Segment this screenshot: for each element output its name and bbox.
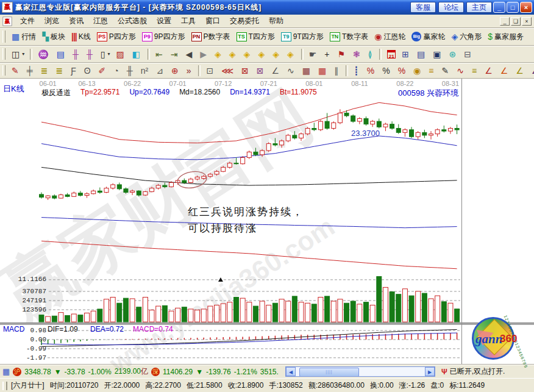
diamond-plus-button[interactable]: ◈ xyxy=(269,47,284,62)
network-button[interactable]: ⊛ xyxy=(446,47,461,62)
fan-box-tool[interactable]: ⊠ xyxy=(238,63,254,78)
angle-tool[interactable]: ∠ xyxy=(269,63,285,78)
menu-item-6[interactable]: 工具 xyxy=(176,15,201,27)
menu-item-0[interactable]: 文件 xyxy=(15,15,40,27)
target-tool[interactable]: ⊕ xyxy=(168,63,183,78)
parallel-lines-tool[interactable]: ∥ xyxy=(331,63,343,78)
menu-item-8[interactable]: 交易委托 xyxy=(225,15,264,27)
color-chart-button[interactable]: ◧ xyxy=(129,47,145,62)
sectors-button[interactable]: ▚板块 xyxy=(39,29,68,44)
gann-fan-tool[interactable]: ⋘ xyxy=(218,63,238,78)
scroll-left-button[interactable]: ◀ xyxy=(286,367,296,376)
flower-tool-button[interactable]: ❃ xyxy=(350,47,365,62)
diamond-left-button[interactable]: ◈ xyxy=(212,47,226,62)
gann-wheel-button[interactable]: ◉江恩轮 xyxy=(371,29,408,44)
gold-section-tool[interactable]: ◉ xyxy=(410,63,425,78)
pattern-box-button[interactable]: ▨ xyxy=(113,47,129,62)
diamond-h-button[interactable]: ◈ xyxy=(241,47,255,62)
diamond-star-button[interactable]: ◈ xyxy=(284,47,299,62)
calendar-button[interactable]: 21 xyxy=(384,47,399,62)
titlebar[interactable]: 赢 赢家江恩专业版[赢家内部服务平台] - [兴蓉环境 SZ000598-65日… xyxy=(0,0,534,15)
ruler-grid-tool[interactable]: ╫ xyxy=(124,63,138,78)
bars-3-button[interactable]: ╫ xyxy=(69,47,84,62)
calculator-button[interactable]: ⊞ xyxy=(399,47,414,62)
knot-tool-button[interactable]: ≬ xyxy=(365,47,377,62)
more-tools-button[interactable]: » xyxy=(183,63,196,78)
gold-grid-1-tool[interactable]: ≣ xyxy=(38,63,53,78)
homepage-button[interactable]: 主页 xyxy=(466,2,492,13)
winner-wheel-button[interactable]: Big赢家轮 xyxy=(408,29,448,44)
f-angle-tool[interactable]: ∠ xyxy=(497,63,513,78)
t-table-button[interactable]: TNT数字表 xyxy=(327,29,371,44)
p-square-button[interactable]: PSP四方形 xyxy=(94,29,139,44)
spiral-tool[interactable]: ʘ xyxy=(81,63,96,78)
first-page-button[interactable]: ⇤ xyxy=(152,47,168,62)
pattern-button[interactable]: ♒ xyxy=(35,47,53,62)
gold-angle-tool[interactable]: ∠ xyxy=(513,63,529,78)
scrollbar-thumb[interactable]: |||| xyxy=(299,368,359,377)
close-button[interactable]: × xyxy=(520,2,532,13)
9p-square-button[interactable]: P99P四方形 xyxy=(139,29,188,44)
wave-tool[interactable]: ∿ xyxy=(284,63,299,78)
menu-item-4[interactable]: 公式选股 xyxy=(113,15,152,27)
memo-button[interactable]: ▤ xyxy=(54,47,69,62)
chart-scrollbar[interactable]: ◀ |||| ▶ xyxy=(285,366,435,377)
child-restore-button[interactable]: ❏ xyxy=(511,17,521,26)
x-box-tool[interactable]: ⊠ xyxy=(254,63,269,78)
candle-marker-tool[interactable]: ✎ xyxy=(439,63,454,78)
percent-line-tool[interactable]: % xyxy=(364,63,379,78)
print-button[interactable]: ⊟ xyxy=(461,47,476,62)
winner-service-button[interactable]: $赢家服务 xyxy=(485,29,527,44)
9t-square-button[interactable]: T99T四方形 xyxy=(278,29,327,44)
hist-tool[interactable]: ┋ xyxy=(351,63,363,78)
brush-tool[interactable]: ✎ xyxy=(9,63,24,78)
scroll-right-button[interactable]: ▶ xyxy=(425,367,435,376)
percent-level-tool[interactable]: % xyxy=(395,63,410,78)
maximize-button[interactable]: □ xyxy=(507,2,519,13)
bars-9-button[interactable]: ╫ xyxy=(84,47,98,62)
dense-grid-tool[interactable]: ▦ xyxy=(299,63,315,78)
wave-channel-tool[interactable]: ∿ xyxy=(454,63,469,78)
kline-button[interactable]: |||K线 xyxy=(68,29,94,44)
prism-tool[interactable]: ⊿ xyxy=(153,63,168,78)
t-square-button[interactable]: TST四方形 xyxy=(233,29,278,44)
notebook-button[interactable]: ▤ xyxy=(414,47,430,62)
speed-angle-tool[interactable]: ∠ xyxy=(529,63,534,78)
single-candle-button[interactable]: ▯▾ xyxy=(98,47,113,62)
quotes-button[interactable]: ▦行情 xyxy=(9,29,39,44)
menu-item-3[interactable]: 江恩 xyxy=(88,15,113,27)
service-button[interactable]: 客服 xyxy=(410,2,436,13)
child-close-button[interactable]: × xyxy=(522,17,532,26)
red-pencil-tool[interactable]: ✐ xyxy=(96,63,111,78)
child-minimize-button[interactable]: _ xyxy=(500,17,510,26)
menu-item-2[interactable]: 资讯 xyxy=(64,15,88,27)
label-tool-button[interactable]: ⚑ xyxy=(334,47,350,62)
f-grid-tool[interactable]: Ƒ xyxy=(68,63,81,78)
cycle-circle-tool[interactable]: ◔ xyxy=(110,63,123,78)
hexagon-button[interactable]: ◈六角形 xyxy=(448,29,485,44)
quote-grid-icon[interactable]: ▦ xyxy=(2,367,10,376)
frame-grid-tool[interactable]: ▦ xyxy=(315,63,331,78)
gold-grid-2-tool[interactable]: ≣ xyxy=(52,63,68,78)
diamond-right-button[interactable]: ◈ xyxy=(226,47,241,62)
menu-item-9[interactable]: 帮助 xyxy=(264,15,288,27)
gold-level-tool[interactable]: ≡ xyxy=(469,63,482,78)
chart-area[interactable]: 赢家财富网 www.yingjia360.com 06-0106-1306-22… xyxy=(0,79,534,364)
menu-item-7[interactable]: 窗口 xyxy=(201,15,225,27)
diamond-x-button[interactable]: ◈ xyxy=(255,47,269,62)
menu-item-1[interactable]: 浏览 xyxy=(40,15,64,27)
crosshair-button[interactable]: + xyxy=(321,47,334,62)
drag-hand-button[interactable]: ☛ xyxy=(306,47,322,62)
save-button[interactable]: ▣ xyxy=(430,47,446,62)
gold-lines-tool[interactable]: ≡ xyxy=(425,63,438,78)
box-tool[interactable]: ⊡ xyxy=(203,63,218,78)
percent-tool[interactable]: % xyxy=(379,63,394,78)
prev-button[interactable]: ◀ xyxy=(182,47,197,62)
minimize-button[interactable]: _ xyxy=(493,2,505,13)
j-angle-tool[interactable]: ∠ xyxy=(482,63,497,78)
last-page-button[interactable]: ⇥ xyxy=(168,47,183,62)
connection-status[interactable]: Ψ 已断开,双点打开. xyxy=(441,366,505,377)
pane-separator[interactable] xyxy=(0,323,534,325)
candle-style-button[interactable]: ◫▾ xyxy=(9,47,27,62)
menu-item-5[interactable]: 设置 xyxy=(152,15,176,27)
